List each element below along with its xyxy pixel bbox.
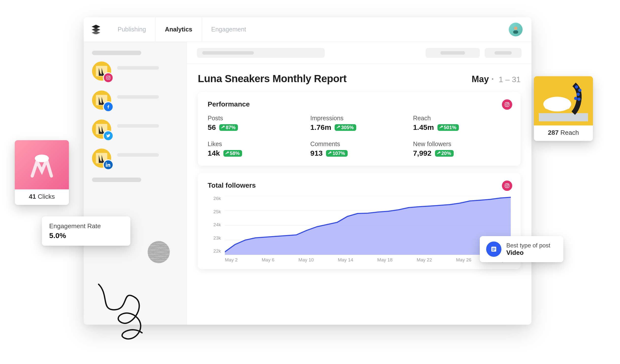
instagram-icon [502, 99, 512, 110]
account-label-placeholder [117, 66, 159, 70]
clicks-value: 41 [29, 193, 36, 200]
sidebar-placeholder [92, 178, 141, 182]
svg-rect-35 [492, 250, 495, 251]
svg-marker-2 [92, 31, 100, 34]
metric-label: Posts [208, 115, 305, 122]
metric-label: Reach [413, 115, 511, 122]
filter-chip[interactable] [426, 48, 480, 58]
metric-delta: 58% [223, 150, 242, 157]
svg-point-28 [578, 89, 581, 92]
decorative-squiggle [93, 278, 160, 347]
svg-point-31 [577, 98, 581, 101]
linkedin-icon [104, 160, 113, 169]
tab-analytics[interactable]: Analytics [155, 17, 202, 42]
metric-label: Likes [208, 140, 305, 148]
metric-value: 56 [208, 123, 216, 132]
main: Luna Sneakers Monthly Report May·1 – 31 … [187, 42, 531, 325]
svg-point-7 [108, 77, 109, 79]
user-avatar[interactable] [509, 23, 523, 36]
best-type-label: Best type of post [506, 242, 550, 249]
metric-label: New followers [413, 140, 511, 148]
metric-posts: Posts5687% [208, 115, 305, 132]
svg-rect-26 [544, 103, 570, 109]
page-title: Luna Sneakers Monthly Report [198, 73, 346, 85]
svg-rect-15 [505, 184, 509, 188]
clicks-label: Clicks [38, 193, 55, 200]
x-tick: May 10 [298, 257, 314, 263]
y-tick: 26k [208, 196, 221, 201]
account-label-placeholder [117, 95, 159, 99]
svg-point-27 [575, 85, 578, 89]
sidebar-account-instagram[interactable] [92, 61, 178, 81]
x-tick: May 18 [377, 257, 392, 263]
metric-likes: Likes14k58% [208, 140, 305, 157]
sidebar-placeholder [92, 51, 141, 55]
metric-impressions: Impressions1.76m305% [310, 115, 408, 132]
app-logo[interactable] [84, 24, 108, 35]
svg-point-30 [574, 97, 577, 100]
decorative-sphere [148, 241, 170, 263]
reach-value: 287 [548, 129, 558, 136]
twitter-icon [104, 131, 113, 140]
x-tick: May 26 [456, 257, 471, 263]
metric-label: Comments [310, 140, 408, 148]
metric-value: 7,992 [413, 149, 432, 157]
metric-delta: 305% [335, 124, 356, 131]
x-tick: May 22 [417, 257, 432, 263]
callout-clicks: 41 Clicks [15, 140, 69, 205]
metric-label: Impressions [310, 115, 408, 122]
y-tick: 23k [208, 235, 221, 241]
filter-chip[interactable] [197, 48, 325, 58]
sidebar-account-linkedin[interactable] [92, 149, 178, 168]
page-header: Luna Sneakers Monthly Report May·1 – 31 [198, 73, 521, 85]
x-tick: May 2 [225, 257, 238, 263]
svg-point-29 [576, 93, 580, 96]
account-label-placeholder [117, 124, 159, 128]
followers-chart: 26k25k24k23k22k [208, 196, 511, 255]
reach-label: Reach [560, 129, 579, 136]
instagram-icon [104, 73, 113, 82]
y-tick: 24k [208, 222, 221, 228]
performance-card: Performance Posts5687%Impressions1.76m30… [198, 92, 521, 166]
engagement-label: Engagement Rate [49, 222, 123, 230]
tab-publishing[interactable]: Publishing [108, 17, 155, 42]
callout-image [15, 140, 69, 189]
followers-card: Total followers 26k25k24k23k22k May 2May… [198, 173, 521, 269]
day-range: 1 – 31 [499, 75, 521, 84]
metric-newfollowers: New followers7,99220% [413, 140, 511, 157]
svg-rect-6 [107, 76, 110, 80]
metric-value: 14k [208, 149, 220, 157]
card-title: Total followers [208, 182, 511, 189]
svg-point-23 [35, 154, 49, 162]
metric-delta: 87% [219, 124, 238, 131]
sidebar-account-twitter[interactable] [92, 120, 178, 139]
svg-point-3 [514, 27, 517, 30]
account-avatar [92, 91, 111, 110]
callout-best-type: Best type of post Video [480, 236, 563, 262]
buffer-logo-icon [91, 24, 101, 35]
tab-engagement[interactable]: Engagement [202, 17, 256, 42]
x-tick: May 14 [338, 257, 353, 263]
filter-chip[interactable] [485, 48, 522, 58]
date-range[interactable]: May·1 – 31 [472, 74, 521, 84]
svg-point-14 [508, 103, 509, 104]
month-label: May [472, 74, 489, 84]
engagement-value: 5.0% [49, 231, 123, 240]
metric-value: 1.76m [310, 123, 331, 132]
post-type-icon [486, 242, 501, 257]
account-label-placeholder [117, 153, 159, 157]
metric-delta: 107% [326, 150, 347, 157]
callout-engagement: Engagement Rate 5.0% [42, 216, 130, 246]
svg-point-8 [109, 76, 109, 77]
sidebar-account-facebook[interactable] [92, 91, 178, 110]
metric-value: 1.45m [413, 123, 434, 132]
metric-delta: 501% [437, 124, 459, 131]
metric-reach: Reach1.45m501% [413, 115, 511, 132]
y-tick: 25k [208, 209, 221, 214]
main-tabs: Publishing Analytics Engagement [108, 17, 255, 42]
account-avatar [92, 61, 111, 81]
svg-rect-34 [492, 249, 496, 249]
instagram-icon [502, 181, 512, 191]
svg-rect-33 [492, 248, 496, 248]
y-tick: 22k [208, 248, 221, 254]
